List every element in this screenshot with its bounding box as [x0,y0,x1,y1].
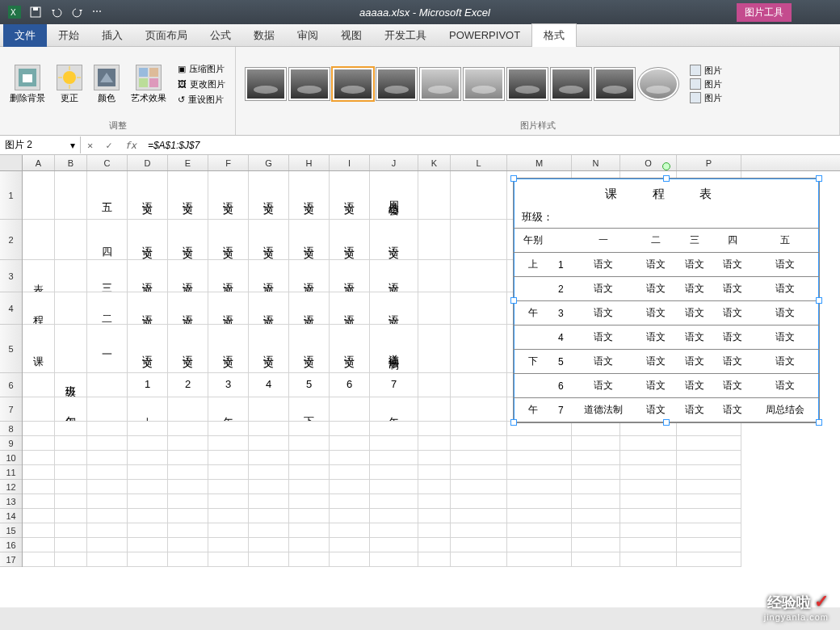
cell[interactable] [55,523,87,538]
cell[interactable] [87,451,128,465]
cell[interactable] [451,451,507,465]
tab-layout[interactable]: 页面布局 [134,24,199,47]
cell[interactable] [289,494,330,509]
cell[interactable] [128,552,168,567]
cell[interactable]: 语文 [289,220,330,260]
cell[interactable] [451,538,507,552]
cell[interactable]: 语文 [168,220,208,260]
cell[interactable] [677,465,741,480]
cell[interactable] [87,397,128,422]
row-header[interactable]: 11 [0,465,22,480]
cell[interactable]: 语文 [249,171,289,220]
style-item[interactable] [638,68,678,100]
cell[interactable] [418,292,451,325]
cell[interactable]: 语文 [330,292,370,325]
save-icon[interactable] [29,6,42,19]
column-header[interactable]: H [289,155,330,170]
cell[interactable]: 语文 [370,220,418,260]
cell[interactable] [249,523,289,538]
cell[interactable] [451,171,507,220]
cell[interactable]: 3 [208,373,249,397]
row-header[interactable]: 14 [0,509,22,523]
tab-data[interactable]: 数据 [242,24,286,47]
cell[interactable] [330,422,370,436]
cell[interactable]: 语文 [208,220,249,260]
cell[interactable] [128,480,168,494]
cell[interactable] [451,494,507,509]
cell[interactable] [330,397,370,422]
cell[interactable] [168,451,208,465]
cell[interactable] [23,373,55,397]
cell[interactable] [418,509,451,523]
cell[interactable] [677,523,741,538]
cell[interactable] [289,480,330,494]
cell[interactable] [620,552,677,567]
cell[interactable] [208,523,249,538]
cell[interactable] [128,538,168,552]
cell[interactable] [55,451,87,465]
cell[interactable]: 二 [87,292,128,325]
cell[interactable] [370,422,418,436]
cell[interactable] [128,465,168,480]
row-header[interactable]: 2 [0,220,22,260]
cell[interactable] [418,220,451,260]
cell[interactable] [451,373,507,397]
cell[interactable] [418,465,451,480]
cell[interactable] [507,552,572,567]
cell[interactable] [249,480,289,494]
cell[interactable] [168,523,208,538]
column-header[interactable]: L [451,155,507,170]
cell[interactable] [451,436,507,451]
cell[interactable]: 语文 [249,292,289,325]
column-header[interactable]: D [128,155,168,170]
cell[interactable] [249,494,289,509]
column-header[interactable]: I [330,155,370,170]
cell[interactable]: 五 [87,171,128,220]
cell[interactable] [208,465,249,480]
cell[interactable] [23,422,55,436]
cell[interactable] [55,538,87,552]
cell[interactable] [289,436,330,451]
cell[interactable]: 语文 [168,325,208,373]
cell[interactable] [87,538,128,552]
column-header[interactable]: M [507,155,572,170]
remove-background-button[interactable]: 删除背景 [6,61,48,107]
cell[interactable]: 语文 [370,292,418,325]
cell[interactable] [289,523,330,538]
cell[interactable]: 语文 [330,260,370,292]
tab-formula[interactable]: 公式 [199,24,242,47]
cell[interactable] [418,171,451,220]
cell[interactable] [289,451,330,465]
cell[interactable] [330,436,370,451]
column-header[interactable]: P [677,155,741,170]
cell[interactable] [418,422,451,436]
cell[interactable] [418,451,451,465]
row-header[interactable]: 16 [0,538,22,552]
cell[interactable] [55,260,87,292]
column-header[interactable]: N [572,155,620,170]
cell[interactable]: 下 [289,397,330,422]
style-item[interactable] [507,68,548,100]
embedded-picture[interactable]: 课 程 表 班级： 午别一二三四五 上1语文语文语文语文语文2语文语文语文语文语… [513,178,820,423]
picture-styles-gallery[interactable] [242,65,682,103]
row-header[interactable]: 12 [0,480,22,494]
cell[interactable] [87,465,128,480]
resize-handle[interactable] [816,175,822,182]
cell[interactable] [677,538,741,552]
cell[interactable] [451,523,507,538]
cell[interactable] [507,451,572,465]
cell[interactable] [55,325,87,373]
cell[interactable] [23,509,55,523]
cell[interactable] [87,494,128,509]
cell[interactable] [23,465,55,480]
cell[interactable] [249,436,289,451]
cell[interactable] [677,436,741,451]
cell[interactable] [23,397,55,422]
picture-layout-button[interactable]: 图片 [690,92,722,104]
cell[interactable] [87,422,128,436]
cell[interactable] [451,397,507,422]
cell[interactable] [87,523,128,538]
cell[interactable] [370,494,418,509]
tab-developer[interactable]: 开发工具 [373,24,438,47]
cell[interactable]: 语文 [249,325,289,373]
